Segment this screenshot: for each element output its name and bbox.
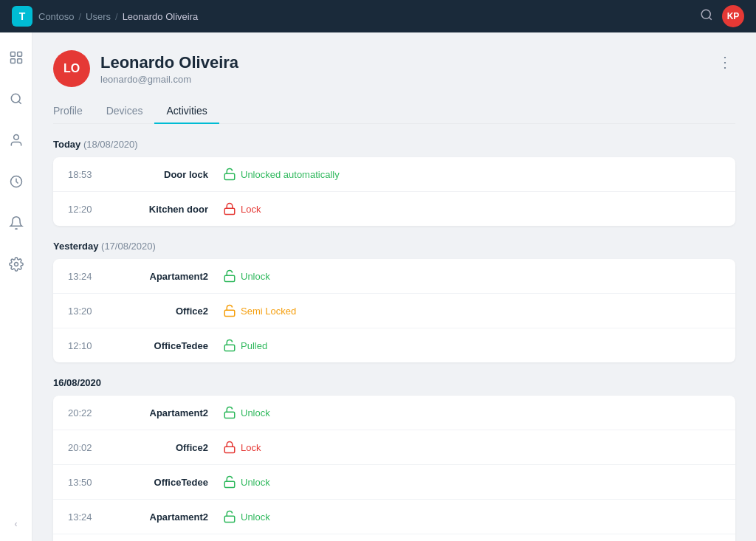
svg-rect-19 — [224, 516, 235, 522]
activity-action-text: Unlock — [241, 271, 270, 282]
activity-time: 18:53 — [68, 169, 112, 180]
app-logo: T — [12, 6, 32, 27]
breadcrumb-contoso[interactable]: Contoso — [38, 11, 74, 22]
activity-action: Pulled — [223, 339, 267, 352]
activity-time: 12:20 — [68, 204, 112, 215]
table-row: 18:53Door lock Unlocked automatically — [53, 157, 735, 192]
sidebar-icon-user[interactable] — [3, 127, 30, 154]
breadcrumb-current: Leonardo Oliveira — [123, 11, 199, 22]
activity-device: Office2 — [112, 442, 208, 453]
svg-rect-12 — [224, 208, 235, 214]
table-row: 20:22Apartament2 Unlock — [53, 396, 735, 430]
activity-device: Kitchen door — [112, 204, 208, 215]
tab-profile[interactable]: Profile — [53, 99, 94, 124]
activity-action-text: Lock — [241, 204, 261, 215]
sidebar-icon-grid[interactable] — [3, 44, 30, 71]
table-row: 13:50OfficeTedee Unlock — [53, 465, 735, 500]
activity-action: Unlock — [223, 475, 270, 489]
activity-time: 13:50 — [68, 477, 112, 488]
activity-device: Door lock — [112, 169, 208, 180]
activity-action: Unlock — [223, 510, 270, 523]
lock-icon — [223, 339, 236, 352]
svg-line-1 — [709, 17, 711, 19]
svg-rect-13 — [224, 275, 235, 281]
lock-icon — [223, 202, 236, 216]
lock-icon — [223, 269, 236, 283]
activity-time: 20:02 — [68, 442, 112, 453]
tab-activities[interactable]: Activities — [154, 99, 219, 124]
activity-group-title: 16/08/2020 — [53, 377, 735, 388]
lock-icon — [223, 510, 236, 523]
breadcrumb-sep2: / — [115, 11, 118, 22]
table-row: 20:02Office2 Lock — [53, 430, 735, 465]
activity-time: 13:24 — [68, 511, 112, 523]
activity-action: Semi Locked — [223, 304, 296, 317]
activity-action: Unlock — [223, 269, 270, 283]
svg-point-10 — [14, 263, 18, 266]
svg-line-7 — [18, 101, 21, 104]
activity-action-text: Unlocked automatically — [241, 169, 340, 180]
sidebar-icon-clock[interactable] — [3, 168, 30, 195]
table-row: 13:24Apartament2 Unlock — [53, 259, 735, 294]
user-avatar-kp[interactable]: KP — [722, 5, 744, 27]
lock-icon — [223, 406, 236, 419]
user-avatar: LO — [53, 50, 90, 87]
svg-rect-14 — [224, 310, 235, 316]
svg-rect-18 — [224, 481, 235, 487]
activity-group-title: Today (18/08/2020) — [53, 139, 735, 150]
svg-rect-17 — [224, 447, 235, 452]
table-row: 13:24Apartament2 Unlock — [53, 500, 735, 534]
activity-device: Office2 — [112, 306, 208, 317]
activity-device: Apartament2 — [112, 271, 208, 282]
activity-action: Lock — [223, 202, 261, 216]
activity-group-title: Yesterday (17/08/2020) — [53, 241, 735, 252]
svg-rect-2 — [10, 52, 15, 57]
activity-action: Lock — [223, 441, 261, 454]
activity-device: Apartament2 — [112, 407, 208, 418]
activity-action-text: Semi Locked — [241, 306, 296, 317]
lock-icon — [223, 168, 236, 181]
sidebar: ‹ — [0, 32, 32, 541]
tab-devices[interactable]: Devices — [94, 99, 155, 124]
activity-time: 13:24 — [68, 271, 112, 282]
lock-icon — [223, 304, 236, 317]
svg-rect-11 — [224, 173, 235, 179]
sidebar-icon-settings[interactable] — [3, 251, 30, 278]
svg-rect-4 — [10, 59, 15, 63]
activity-time: 12:10 — [68, 340, 112, 351]
svg-rect-15 — [224, 345, 235, 351]
topbar: T Contoso / Users / Leonardo Oliveira KP — [0, 0, 756, 32]
sidebar-collapse-button[interactable]: ‹ — [15, 519, 18, 529]
sidebar-icon-bell[interactable] — [3, 210, 30, 236]
table-row: 12:20Kitchen door Lock — [53, 192, 735, 226]
main-content: LO Leonardo Oliveira leonardo@gmail.com … — [32, 32, 756, 541]
activity-list: 20:22Apartament2 Unlock20:02Office2 Lock… — [53, 396, 735, 541]
activity-list: 18:53Door lock Unlocked automatically12:… — [53, 157, 735, 226]
activity-action-text: Unlock — [241, 477, 270, 488]
activity-group: 16/08/202020:22Apartament2 Unlock20:02Of… — [53, 377, 735, 541]
activity-action-text: Lock — [241, 442, 261, 453]
topbar-search-button[interactable] — [700, 8, 713, 24]
svg-point-8 — [13, 135, 18, 140]
breadcrumb-sep1: / — [78, 11, 81, 22]
activity-device: OfficeTedee — [112, 477, 208, 488]
user-header: LO Leonardo Oliveira leonardo@gmail.com … — [53, 50, 735, 87]
tabs: Profile Devices Activities — [53, 99, 735, 124]
activity-time: 13:20 — [68, 306, 112, 317]
lock-icon — [223, 475, 236, 489]
activity-action-text: Unlock — [241, 407, 270, 418]
activity-list: 13:24Apartament2 Unlock13:20Office2 Semi… — [53, 259, 735, 362]
svg-rect-3 — [17, 52, 21, 57]
activity-action-text: Pulled — [241, 340, 267, 351]
more-options-button[interactable]: ⋮ — [715, 50, 735, 74]
user-name: Leonardo Oliveira — [100, 53, 238, 72]
activity-group: Yesterday (17/08/2020)13:24Apartament2 U… — [53, 241, 735, 362]
activities-container: Today (18/08/2020)18:53Door lock Unlocke… — [53, 139, 735, 541]
svg-point-0 — [701, 10, 710, 18]
table-row: 12:10OfficeTedee Pulled — [53, 328, 735, 362]
table-row: 13:20Office2 Semi Locked — [53, 294, 735, 328]
svg-rect-16 — [224, 412, 235, 418]
sidebar-icon-search[interactable] — [3, 86, 30, 112]
breadcrumb-users[interactable]: Users — [86, 11, 111, 22]
activity-action: Unlocked automatically — [223, 168, 340, 181]
